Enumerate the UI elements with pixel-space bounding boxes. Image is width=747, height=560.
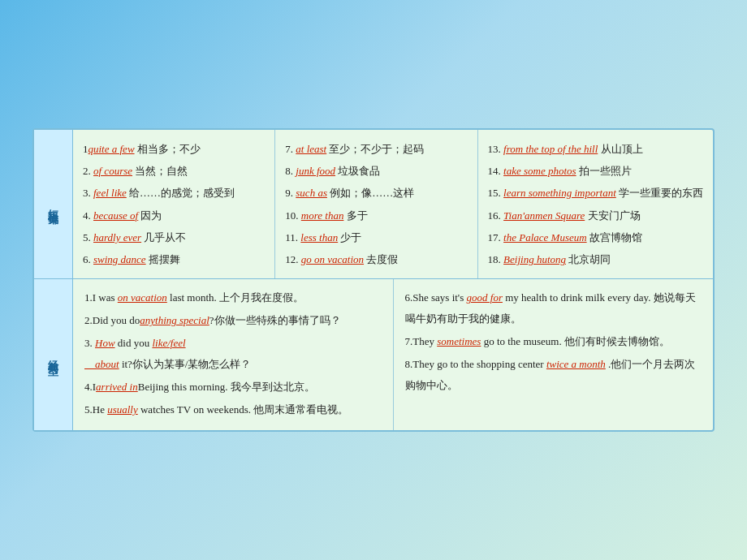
phrase-label: 短语集锦: [34, 130, 73, 279]
phrase-8-underline: junk food: [296, 165, 335, 177]
phrase-5: 5. hardly ever 几乎从不: [83, 226, 265, 248]
phrase-4: 4. because of 因为: [83, 205, 265, 226]
sentence-1: 1.I was on vacation last month. 上个月我在度假。: [84, 287, 382, 308]
phrase-9: 9. such as 例如；像……这样: [285, 182, 467, 204]
phrase-6-underline: swing dance: [93, 253, 146, 265]
phrase-12-underline: go on vacation: [301, 253, 364, 265]
phrase-11: 11. less than 少于: [285, 226, 467, 248]
phrase-14-underline: take some photos: [503, 165, 576, 177]
phrase-6: 6. swing dance 摇摆舞: [83, 248, 265, 270]
phrase-18: 18. Beijing hutong 北京胡同: [488, 248, 703, 270]
sentence-label: 经典句型: [34, 279, 73, 430]
sentence-6: 6.She says it's good for my health to dr…: [405, 287, 702, 330]
s6-goodfor: good for: [467, 291, 503, 304]
phrase-18-underline: Beijing hutong: [503, 253, 566, 265]
phrase-5-underline: hardly ever: [93, 231, 141, 243]
main-table: 短语集锦 1quite a few 相当多；不少 2. of course 当然…: [32, 128, 715, 433]
phrase-12: 12. go on vacation 去度假: [285, 248, 467, 270]
sentence-col-2: 6.She says it's good for my health to dr…: [394, 279, 714, 430]
sentence-content: 1.I was on vacation last month. 上个月我在度假。…: [73, 279, 713, 430]
sentence-4: 4.Iarrived inBeijing this morning. 我今早到达…: [84, 377, 382, 398]
phrase-col-3: 13. from the top of the hill 从山顶上 14. ta…: [478, 130, 713, 279]
sentence-col-1: 1.I was on vacation last month. 上个月我在度假。…: [73, 279, 394, 430]
phrase-content: 1quite a few 相当多；不少 2. of course 当然；自然 3…: [73, 130, 713, 279]
sentence-8: 8.They go to the shopping center twice a…: [405, 354, 702, 396]
phrase-13-underline: from the top of the hill: [503, 143, 598, 155]
sentence-5: 5.He usually watches TV on weekends. 他周末…: [84, 399, 382, 420]
phrase-9-underline: such as: [296, 187, 327, 199]
sentence-section: 经典句型 1.I was on vacation last month. 上个月…: [34, 279, 713, 430]
s1-vacation: on vacation: [118, 291, 167, 304]
phrase-4-underline: because of: [93, 209, 138, 222]
phrase-16: 16. Tian'anmen Square 天安门广场: [488, 205, 703, 226]
phrase-14: 14. take some photos 拍一些照片: [488, 160, 703, 182]
phrase-10: 10. more than 多于: [285, 205, 467, 226]
phrase-17-underline: the Palace Museum: [503, 231, 587, 243]
phrase-8: 8. junk food 垃圾食品: [285, 160, 467, 182]
phrase-16-underline: Tian'anmen Square: [503, 209, 585, 222]
phrase-7-underline: at least: [296, 143, 326, 155]
phrase-2: 2. of course 当然；自然: [83, 160, 265, 182]
phrase-3: 3. feel like 给……的感觉；感受到: [83, 182, 265, 204]
s3-how: How: [95, 337, 115, 349]
phrase-15: 15. learn something important 学一些重要的东西: [488, 182, 703, 204]
sentence-2: 2.Did you doanything special?你做一些特殊的事情了吗…: [84, 310, 382, 331]
phrase-1: 1quite a few 相当多；不少: [83, 138, 265, 160]
s5-usually: usually: [107, 403, 138, 416]
phrase-col-2: 7. at least 至少；不少于；起码 8. junk food 垃圾食品 …: [275, 130, 477, 279]
phrase-col-1: 1quite a few 相当多；不少 2. of course 当然；自然 3…: [73, 130, 275, 279]
sentence-3: 3. How did you like/feel about it?你认为某事/…: [84, 333, 382, 375]
s8-twice: twice a month: [546, 358, 606, 370]
phrase-2-underline: of course: [93, 165, 132, 177]
phrase-10-underline: more than: [301, 209, 344, 222]
sentence-7: 7.They sometimes go to the museum. 他们有时候…: [405, 331, 702, 352]
phrase-3-underline: feel like: [93, 187, 127, 199]
phrase-17: 17. the Palace Museum 故宫博物馆: [488, 226, 703, 248]
phrase-1-underline: quite a few: [89, 143, 135, 155]
s2-special: anything special: [140, 314, 209, 326]
phrase-7: 7. at least 至少；不少于；起码: [285, 138, 467, 160]
phrase-section: 短语集锦 1quite a few 相当多；不少 2. of course 当然…: [34, 130, 713, 280]
phrase-11-underline: less than: [300, 231, 338, 243]
phrase-15-underline: learn something important: [503, 187, 616, 199]
phrase-13: 13. from the top of the hill 从山顶上: [488, 138, 703, 160]
s7-sometimes: sometimes: [437, 335, 481, 347]
s4-arrived: arrived in: [96, 381, 138, 393]
